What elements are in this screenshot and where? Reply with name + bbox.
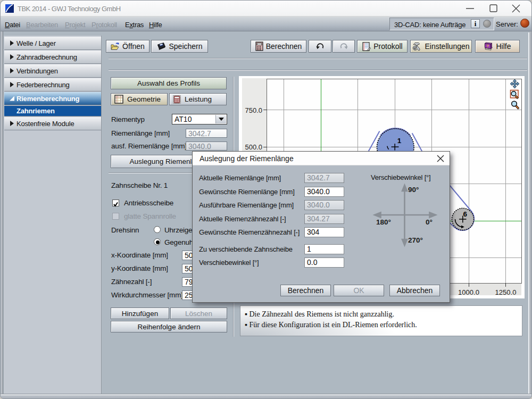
- svg-text:1250.0: 1250.0: [495, 288, 517, 296]
- svg-text:180°: 180°: [376, 218, 391, 226]
- svg-text:90°: 90°: [408, 186, 419, 194]
- svg-text:?: ?: [487, 44, 489, 48]
- svg-text:750.0: 750.0: [245, 106, 262, 114]
- svg-text:1000.0: 1000.0: [458, 288, 479, 296]
- svg-text:0°: 0°: [426, 218, 433, 226]
- svg-text:6: 6: [463, 210, 468, 218]
- svg-text:500.0: 500.0: [245, 143, 262, 151]
- svg-text:270°: 270°: [408, 236, 423, 244]
- svg-text:1: 1: [397, 137, 402, 145]
